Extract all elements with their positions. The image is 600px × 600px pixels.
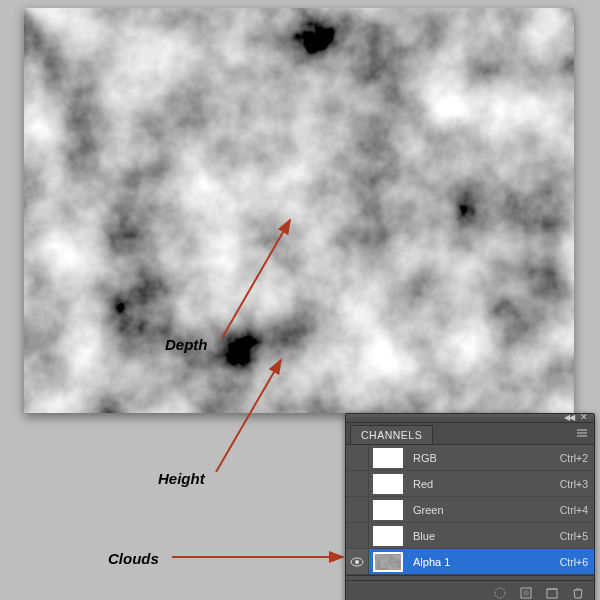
clouds-render-output	[24, 8, 574, 413]
channel-row-green[interactable]: Green Ctrl+4	[346, 497, 594, 523]
channel-row-red[interactable]: Red Ctrl+3	[346, 471, 594, 497]
new-channel-icon[interactable]	[544, 585, 560, 600]
load-channel-as-selection-icon[interactable]	[492, 585, 508, 600]
channel-name: Alpha 1	[411, 556, 560, 568]
tab-channels[interactable]: CHANNELS	[350, 425, 433, 444]
depth-annotation: Depth	[165, 336, 208, 353]
svg-rect-10	[547, 589, 557, 598]
channel-list: RGB Ctrl+2 Red Ctrl+3 Green Ctrl+4 Blue …	[346, 445, 594, 575]
panel-titlebar[interactable]: ◀◀ ✕	[346, 414, 594, 423]
panel-flyout-menu-icon[interactable]	[574, 426, 590, 440]
channel-thumbnail	[373, 448, 403, 468]
svg-point-9	[523, 590, 529, 596]
channel-name: Blue	[411, 530, 560, 542]
channel-name: Green	[411, 504, 560, 516]
panel-close-icon[interactable]: ✕	[580, 412, 588, 422]
svg-point-5	[355, 560, 359, 564]
channel-row-rgb[interactable]: RGB Ctrl+2	[346, 445, 594, 471]
channel-shortcut: Ctrl+6	[560, 556, 588, 568]
channel-shortcut: Ctrl+2	[560, 452, 588, 464]
visibility-toggle[interactable]	[346, 497, 369, 522]
channel-name: Red	[411, 478, 560, 490]
visibility-toggle[interactable]	[346, 471, 369, 496]
visibility-toggle[interactable]	[346, 549, 369, 574]
channel-thumbnail	[373, 474, 403, 494]
panel-collapse-icon[interactable]: ◀◀	[564, 413, 574, 422]
channels-panel: ◀◀ ✕ CHANNELS RGB Ctrl+2 Red Ctrl+3 Gree…	[345, 413, 595, 600]
document-canvas[interactable]	[24, 8, 574, 413]
svg-rect-0	[24, 8, 574, 413]
channel-row-alpha1[interactable]: Alpha 1 Ctrl+6	[346, 549, 594, 575]
channel-row-blue[interactable]: Blue Ctrl+5	[346, 523, 594, 549]
save-selection-as-channel-icon[interactable]	[518, 585, 534, 600]
visibility-toggle[interactable]	[346, 445, 369, 470]
panel-tab-row: CHANNELS	[346, 423, 594, 445]
visibility-toggle[interactable]	[346, 523, 369, 548]
channel-shortcut: Ctrl+5	[560, 530, 588, 542]
channel-shortcut: Ctrl+3	[560, 478, 588, 490]
channel-name: RGB	[411, 452, 560, 464]
panel-footer	[346, 580, 594, 600]
svg-rect-6	[373, 552, 403, 572]
channel-thumbnail	[373, 526, 403, 546]
svg-point-7	[495, 588, 505, 598]
delete-channel-icon[interactable]	[570, 585, 586, 600]
eye-icon	[349, 556, 365, 568]
channel-thumbnail	[373, 500, 403, 520]
clouds-annotation: Clouds	[108, 550, 159, 567]
channel-shortcut: Ctrl+4	[560, 504, 588, 516]
height-annotation: Height	[158, 470, 205, 487]
channel-thumbnail	[373, 552, 403, 572]
